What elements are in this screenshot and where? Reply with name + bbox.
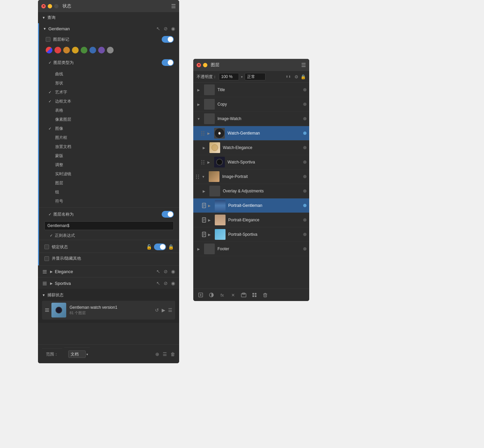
swatch-blue[interactable] xyxy=(89,47,96,53)
layer-row-watch-sportiva[interactable]: ▶ Watch-Sportiva xyxy=(193,155,309,170)
layer-row-image-portrait[interactable]: ▼ Image-Portrait xyxy=(193,170,309,184)
watch-gentleman-visibility[interactable] xyxy=(303,132,307,135)
type-item-placedoc[interactable]: 放置文档 xyxy=(39,142,179,151)
portrait-gentleman-expand[interactable]: ▶ xyxy=(207,203,212,208)
swatch-green[interactable] xyxy=(81,47,87,53)
layer-row-copy[interactable]: ▶ Copy xyxy=(193,97,309,112)
type-item-mask[interactable]: 蒙版 xyxy=(39,151,179,160)
swatch-red-blue[interactable] xyxy=(46,47,52,53)
layer-row-portrait-gentleman[interactable]: ▶ Portrait-Gentleman xyxy=(193,198,309,213)
right-close-button[interactable]: ✕ xyxy=(197,63,201,67)
type-item-livefilter[interactable]: 实时滤镜 xyxy=(39,170,179,179)
capture-play-icon[interactable]: ▶ xyxy=(162,307,165,313)
type-item-adjust[interactable]: 调整 xyxy=(39,160,179,170)
layer-row-watch-gentleman[interactable]: ▶ ⌚ Watch-Gentleman xyxy=(193,126,309,141)
gentleman-group-header[interactable]: ▼ Gentleman ↖ ⊘ ◉ xyxy=(39,23,179,34)
capture-section-header[interactable]: ▼ 捕获状态 xyxy=(42,292,175,298)
lock-icon[interactable]: 🔒 xyxy=(300,74,306,79)
eye-slash-icon[interactable]: ⊘ xyxy=(164,26,168,31)
visibility-icon[interactable]: ◉ xyxy=(171,26,175,31)
elegance-select-icon[interactable]: ↖ xyxy=(156,269,160,274)
query-section-header[interactable]: ▼ 查询 xyxy=(38,12,179,23)
range-select[interactable]: 文档 页面 xyxy=(68,350,86,358)
layer-label-toggle[interactable] xyxy=(162,36,174,43)
type-item-curve[interactable]: 曲线 xyxy=(39,70,179,79)
watch-sportiva-expand[interactable]: ▶ xyxy=(206,159,211,165)
sportiva-visibility-icon[interactable]: ◉ xyxy=(171,281,175,286)
toolbar-grid[interactable] xyxy=(250,291,258,299)
layer-name-input[interactable] xyxy=(44,221,174,230)
lock-checkbox[interactable] xyxy=(44,245,49,249)
footer-visibility[interactable] xyxy=(303,247,307,251)
portrait-elegance-expand[interactable]: ▶ xyxy=(207,217,212,223)
elegance-visibility-icon[interactable]: ◉ xyxy=(171,269,175,274)
type-item-imgframe[interactable]: 图片框 xyxy=(39,133,179,142)
layer-row-title[interactable]: ▶ Title xyxy=(193,83,309,97)
layer-row-footer[interactable]: ▶ Footer xyxy=(193,242,309,256)
sportiva-select-icon[interactable]: ↖ xyxy=(156,281,160,286)
toolbar-new-layer[interactable] xyxy=(197,291,205,299)
sportiva-group-row[interactable]: ▶ Sportiva ↖ ⊘ ◉ xyxy=(38,277,179,289)
type-item-table[interactable]: 表格 xyxy=(39,106,179,115)
copy-expand[interactable]: ▶ xyxy=(196,102,201,107)
watch-gentleman-expand[interactable]: ▶ xyxy=(206,130,211,136)
right-panel-menu-icon[interactable]: ☰ xyxy=(301,62,306,68)
portrait-elegance-visibility[interactable] xyxy=(303,218,307,222)
fx-icon[interactable]: ⚙ xyxy=(294,74,298,79)
elegance-eye-slash-icon[interactable]: ⊘ xyxy=(164,269,168,274)
layer-row-overlay[interactable]: ▶ Overlay & Adjustments xyxy=(193,184,309,198)
layer-row-portrait-elegance[interactable]: ▶ Portrait-Elegance xyxy=(193,213,309,227)
portrait-gentleman-visibility[interactable] xyxy=(303,204,307,207)
title-expand[interactable]: ▶ xyxy=(196,87,201,92)
image-watch-visibility[interactable] xyxy=(303,117,307,120)
type-item-frametext[interactable]: ✓ 边框文本 xyxy=(39,97,179,106)
overlay-expand[interactable]: ▶ xyxy=(201,188,207,194)
layer-type-header[interactable]: ✓ 图层类型为 xyxy=(39,57,179,68)
type-item-symbol[interactable]: 符号 xyxy=(39,197,179,206)
watch-elegance-expand[interactable]: ▶ xyxy=(201,145,207,150)
copy-visibility[interactable] xyxy=(303,103,307,106)
toolbar-trash[interactable] xyxy=(261,291,269,299)
select-icon[interactable]: ↖ xyxy=(156,26,160,31)
swatch-yellow[interactable] xyxy=(72,47,79,53)
portrait-sportiva-visibility[interactable] xyxy=(303,233,307,236)
toolbar-group[interactable] xyxy=(240,291,248,299)
image-portrait-expand[interactable]: ▼ xyxy=(201,174,206,179)
opacity-dropdown-arrow[interactable]: ▾ xyxy=(241,75,243,79)
overlay-visibility[interactable] xyxy=(303,189,307,193)
right-minimize-button[interactable] xyxy=(203,63,207,67)
minimize-button[interactable] xyxy=(48,4,52,8)
lock-open-icon[interactable]: 🔓 xyxy=(146,244,152,250)
sportiva-eye-slash-icon[interactable]: ⊘ xyxy=(164,281,168,286)
swatch-red[interactable] xyxy=(54,47,61,53)
bottom-icon-trash[interactable]: 🗑 xyxy=(170,351,175,357)
capture-item[interactable]: Gentleman watch version1 81 个图层 ↺ ▶ ☰ xyxy=(42,301,175,320)
layer-row-watch-elegance[interactable]: ▶ Watch-Elegance xyxy=(193,141,309,155)
watch-elegance-visibility[interactable] xyxy=(303,146,307,149)
title-visibility[interactable] xyxy=(303,88,307,91)
layer-name-header[interactable]: ✓ 图层名称为 xyxy=(39,207,179,220)
close-button[interactable]: ✕ xyxy=(41,4,46,8)
type-item-layer[interactable]: 图层 xyxy=(39,179,179,188)
type-item-shape[interactable]: 形状 xyxy=(39,79,179,88)
lock-toggle[interactable] xyxy=(154,244,166,250)
panel-menu-icon[interactable]: ☰ xyxy=(171,3,176,9)
opacity-input[interactable] xyxy=(219,73,239,80)
toolbar-fx[interactable]: fx xyxy=(218,291,226,299)
watch-sportiva-visibility[interactable] xyxy=(303,160,307,164)
layer-label-checkbox[interactable] xyxy=(46,37,50,42)
layer-type-toggle[interactable] xyxy=(162,59,174,66)
swatch-orange[interactable] xyxy=(63,47,70,53)
swatch-gray[interactable] xyxy=(107,47,114,53)
footer-expand[interactable]: ▶ xyxy=(196,246,201,252)
type-item-group[interactable]: 组 xyxy=(39,188,179,197)
layer-name-toggle[interactable] xyxy=(162,211,174,218)
bottom-icon-target[interactable]: ⊕ xyxy=(155,351,159,357)
blend-mode-select[interactable]: 正常 正片叠底 滤色 xyxy=(245,73,266,80)
type-item-image[interactable]: ✓ 图像 xyxy=(39,124,179,133)
portrait-sportiva-expand[interactable]: ▶ xyxy=(207,232,212,237)
image-watch-expand[interactable]: ▼ xyxy=(196,116,201,121)
image-portrait-visibility[interactable] xyxy=(303,175,307,178)
toolbar-circle[interactable] xyxy=(207,291,215,299)
bottom-icon-list[interactable]: ☰ xyxy=(163,351,167,357)
